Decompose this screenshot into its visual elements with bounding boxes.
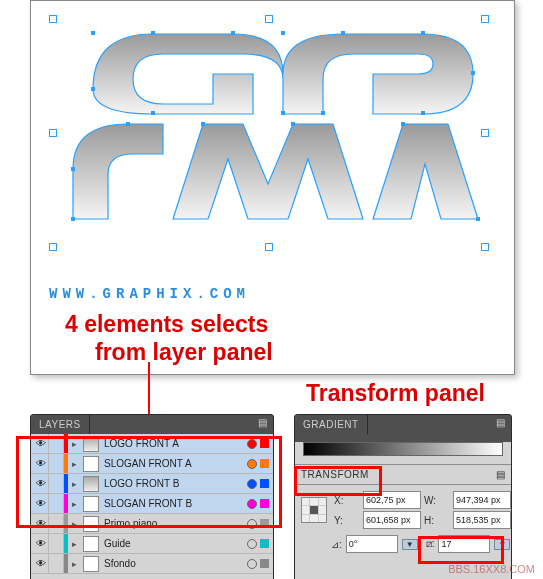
- watermark: BBS.16XX8.COM: [448, 563, 535, 575]
- w-label: W:: [424, 495, 450, 506]
- layer-row[interactable]: 👁▸Guide: [31, 534, 273, 554]
- gradient-slider[interactable]: [303, 442, 503, 456]
- svg-rect-5: [421, 31, 425, 35]
- svg-rect-12: [71, 167, 75, 171]
- lock-cell[interactable]: [48, 534, 64, 553]
- selection-handle[interactable]: [265, 243, 273, 251]
- svg-rect-14: [201, 122, 205, 126]
- annotation-text: Transform panel: [306, 380, 485, 407]
- gradient-tab[interactable]: GRADIENT: [295, 415, 368, 434]
- panel-menu-icon[interactable]: ▤: [252, 415, 273, 430]
- svg-rect-17: [476, 217, 480, 221]
- selection-handle[interactable]: [481, 15, 489, 23]
- y-input[interactable]: [363, 511, 421, 529]
- angle-dropdown-icon[interactable]: ▼: [402, 539, 418, 550]
- svg-rect-9: [281, 111, 285, 115]
- disclosure-icon[interactable]: ▸: [68, 559, 80, 569]
- target-icon[interactable]: [247, 539, 257, 549]
- angle-input[interactable]: [346, 535, 398, 553]
- slogan-text[interactable]: WWW.GRAPHIX.COM: [49, 286, 250, 302]
- selection-bounding-box[interactable]: [53, 19, 485, 247]
- layer-thumbnail[interactable]: [83, 556, 99, 572]
- svg-rect-13: [126, 122, 130, 126]
- panel-menu-icon[interactable]: ▤: [490, 415, 511, 430]
- h-label: H:: [424, 515, 450, 526]
- w-input[interactable]: [453, 491, 511, 509]
- svg-rect-18: [71, 217, 75, 221]
- svg-rect-1: [151, 31, 155, 35]
- annotation-box: [294, 466, 382, 496]
- reference-point-selector[interactable]: [301, 497, 327, 523]
- svg-rect-10: [151, 111, 155, 115]
- document-canvas[interactable]: WWW.GRAPHIX.COM 4 elements selects from …: [30, 0, 515, 375]
- artboard[interactable]: WWW.GRAPHIX.COM: [41, 9, 504, 304]
- visibility-toggle-icon[interactable]: 👁: [34, 558, 48, 569]
- svg-rect-15: [291, 122, 295, 126]
- layers-tab[interactable]: LAYERS: [31, 415, 90, 434]
- layer-thumbnail[interactable]: [83, 536, 99, 552]
- annotation-box: [16, 436, 282, 528]
- svg-rect-4: [341, 31, 345, 35]
- svg-rect-3: [281, 31, 285, 35]
- lock-cell[interactable]: [48, 554, 64, 573]
- layer-name-label[interactable]: Sfondo: [102, 558, 247, 569]
- annotation-box: [418, 536, 504, 564]
- x-label: X:: [334, 495, 360, 506]
- svg-rect-11: [91, 87, 95, 91]
- selection-handle[interactable]: [49, 129, 57, 137]
- y-label: Y:: [334, 515, 360, 526]
- target-icon[interactable]: [247, 559, 257, 569]
- selection-handle[interactable]: [265, 15, 273, 23]
- section-menu-icon[interactable]: ▤: [496, 469, 506, 480]
- annotation-text: 4 elements selects: [65, 311, 268, 338]
- selection-indicator: [260, 559, 269, 568]
- annotation-text: from layer panel: [95, 339, 273, 366]
- visibility-toggle-icon[interactable]: 👁: [34, 538, 48, 549]
- svg-rect-2: [231, 31, 235, 35]
- svg-rect-6: [471, 71, 475, 75]
- selection-handle[interactable]: [49, 243, 57, 251]
- selection-handle[interactable]: [481, 243, 489, 251]
- svg-rect-8: [321, 111, 325, 115]
- selection-handle[interactable]: [49, 15, 57, 23]
- angle-label: ⊿:: [331, 539, 342, 550]
- selection-indicator: [260, 539, 269, 548]
- layer-row[interactable]: 👁▸Sfondo: [31, 554, 273, 574]
- selection-handle[interactable]: [481, 129, 489, 137]
- selected-paths[interactable]: [53, 19, 485, 247]
- h-input[interactable]: [453, 511, 511, 529]
- disclosure-icon[interactable]: ▸: [68, 539, 80, 549]
- svg-rect-0: [91, 31, 95, 35]
- layer-name-label[interactable]: Guide: [102, 538, 247, 549]
- svg-rect-7: [421, 111, 425, 115]
- svg-rect-16: [401, 122, 405, 126]
